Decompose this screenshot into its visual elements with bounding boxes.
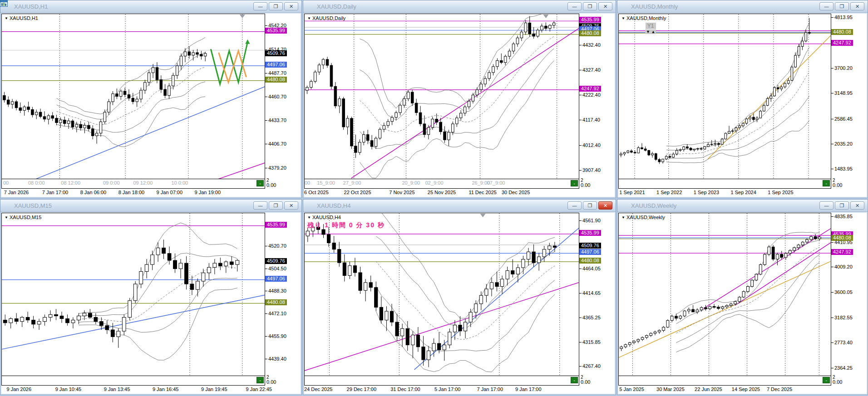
minimize-button[interactable]: —	[567, 2, 582, 10]
tick-mark	[579, 120, 582, 120]
price-axis[interactable]: 4520.704504.504488.304472.104455.904439.…	[265, 213, 301, 376]
price-badge: 4480.08	[579, 258, 601, 264]
minimize-button[interactable]: —	[819, 201, 833, 210]
mdi-workspace: XAUUSD,H1 — ❐ ✕ ▼ XAUUSD,H1 4542.204514.…	[0, 0, 868, 396]
time-axis[interactable]: 6 Oct 202522 Oct 20257 Nov 202525 Nov 20…	[304, 189, 615, 197]
dropdown-triangle-icon: ▼	[621, 215, 625, 220]
tick-mark	[831, 368, 833, 368]
chart-canvas	[2, 213, 265, 376]
chart-window-weekly[interactable]: XAUUSD,Weekly — ❐ ✕ ▼ XAUUSD,Weekly 4835…	[617, 199, 868, 395]
maximize-button[interactable]: ❐	[269, 201, 283, 210]
price-axis[interactable]: 4561.904464.054414.654365.254315.854267.…	[579, 213, 615, 376]
title-bar[interactable]: XAUUSD,Monthly — ❐ ✕	[617, 0, 868, 13]
price-tick-text: 2773.40	[834, 340, 853, 345]
price-tick-text: 4439.40	[268, 356, 286, 362]
chart-icon	[306, 3, 314, 10]
indicator-row: 0015_9:0027_9:0020_9:0002_9:0026_9:0007_…	[304, 179, 615, 189]
title-bar[interactable]: XAUUSD,Daily — ❐ ✕	[303, 0, 616, 13]
close-button[interactable]: ✕	[598, 2, 612, 10]
time-axis[interactable]: 5 Jan 202530 Mar 202522 Jun 202514 Sep 2…	[618, 386, 867, 394]
title-bar[interactable]: XAUUSD,H1 — ❐ ✕	[0, 0, 301, 13]
chart-window-monthly[interactable]: XAUUSD,Monthly — ❐ ✕ ▼ XAUUSD,MonthlyY1▼…	[617, 0, 868, 198]
chart-canvas	[619, 14, 831, 179]
price-badge: 4509.76	[579, 243, 601, 249]
tick-mark	[831, 292, 833, 293]
window-controls: — ❐ ✕	[567, 2, 612, 10]
maximize-button[interactable]: ❐	[583, 2, 597, 10]
price-tick-text: 4464.05	[582, 266, 601, 271]
price-chart[interactable]: ▼ XAUUSD,Weekly	[618, 213, 831, 376]
tick-mark	[265, 120, 267, 121]
price-chart[interactable]: ▼ XAUUSD,H1	[1, 14, 265, 179]
time-axis-label: 1 Sep 2024	[731, 190, 756, 195]
minimize-button[interactable]: —	[253, 2, 267, 10]
window-controls: — ❐ ✕	[253, 2, 298, 10]
y1-arrows-icon[interactable]: ▼ ▲	[645, 29, 656, 34]
price-tick-label: 4012.40	[579, 142, 601, 148]
chart-window-h1[interactable]: XAUUSD,H1 — ❐ ✕ ▼ XAUUSD,H1 4542.204514.…	[0, 0, 302, 198]
price-tick-label: 4327.40	[579, 67, 601, 73]
price-badge: 4480.08	[265, 299, 287, 305]
time-axis-label: 7 Dec 2025	[767, 386, 792, 392]
maximize-button[interactable]: ❐	[583, 201, 597, 210]
title-bar[interactable]: XAUUSD,Weekly — ❐ ✕	[617, 200, 868, 212]
chart-content: ▼ XAUUSD,MonthlyY1▼ ▲ 4813.953700.203148…	[617, 13, 868, 198]
price-tick-label: 4117.40	[579, 117, 600, 122]
indicator-badge: -	[823, 377, 830, 383]
price-tick-label: 2586.45	[831, 116, 853, 122]
price-chart[interactable]: ▼ XAUUSD,MonthlyY1▼ ▲	[618, 14, 831, 179]
chart-window-h4[interactable]: XAUUSD,H4 — ❐ ✕ ▼ XAUUSD,H4残り 1 時間 0 分 3…	[303, 199, 616, 395]
close-button[interactable]: ✕	[850, 201, 864, 210]
time-axis-label: 30 Mar 2025	[656, 386, 685, 392]
tick-mark	[265, 97, 267, 97]
indicator-axis: 20.00	[831, 179, 867, 189]
price-tick-text: 4488.30	[268, 288, 286, 293]
price-axis[interactable]: 4432.404327.404222.404117.404012.403907.…	[579, 14, 615, 179]
tick-mark	[265, 168, 267, 168]
price-chart[interactable]: ▼ XAUUSD,M15	[1, 213, 265, 376]
time-axis[interactable]: 9 Jan 20269 Jan 10:459 Jan 13:459 Jan 16…	[1, 386, 301, 394]
window-title: XAUUSD,Monthly	[631, 3, 819, 10]
price-tick-label: 4414.65	[579, 290, 601, 296]
price-tick-text: 4222.40	[582, 92, 601, 98]
price-chart[interactable]: ▼ XAUUSD,H4残り 1 時間 0 分 30 秒	[304, 213, 579, 376]
maximize-button[interactable]: ❐	[835, 201, 849, 210]
close-button[interactable]: ✕	[598, 201, 612, 210]
minimize-button[interactable]: —	[567, 201, 582, 210]
time-axis-label: 30 Dec 2025	[502, 190, 530, 195]
price-axis[interactable]: 4835.854410.954009.203600.053182.552773.…	[831, 213, 867, 376]
close-button[interactable]: ✕	[284, 2, 298, 10]
time-axis[interactable]: 24 Dec 202529 Dec 17:0031 Dec 17:005 Jan…	[304, 386, 615, 394]
indicator-axis-zero-label: 0.00	[266, 379, 276, 385]
price-tick-text: 4315.85	[582, 339, 601, 345]
time-axis[interactable]: 1 Sep 20211 Sep 20221 Sep 20231 Sep 2024…	[618, 189, 867, 197]
price-chart[interactable]: ▼ XAUUSD,Daily	[304, 14, 579, 179]
price-badge: 4535.99	[579, 230, 601, 236]
indicator-axis-zero-label: 0.00	[581, 379, 590, 385]
maximize-button[interactable]: ❐	[835, 2, 849, 10]
price-tick-label: 4460.70	[265, 94, 286, 99]
price-axis[interactable]: 4813.953700.203148.952586.452035.201483.…	[831, 14, 867, 179]
chart-window-m15[interactable]: XAUUSD,M15 — ❐ ✕ ▼ XAUUSD,M15 4520.70450…	[0, 199, 302, 395]
price-axis[interactable]: 4542.204514.704487.704460.704433.704406.…	[265, 14, 301, 179]
tick-mark	[579, 293, 582, 293]
price-tick-text: 4117.40	[582, 117, 600, 122]
tick-mark	[831, 169, 833, 169]
time-axis-label: 9 Jan 13:45	[104, 386, 130, 392]
price-tick-label: 4222.40	[579, 92, 601, 98]
title-bar[interactable]: XAUUSD,M15 — ❐ ✕	[0, 200, 301, 212]
price-tick-text: 4414.65	[582, 290, 601, 296]
maximize-button[interactable]: ❐	[269, 2, 283, 10]
indicator-row: - 20.00	[618, 376, 867, 386]
subwindow-time-label: 08 0:00	[28, 180, 45, 186]
close-button[interactable]: ✕	[284, 201, 298, 210]
minimize-button[interactable]: —	[253, 201, 267, 210]
close-button[interactable]: ✕	[850, 2, 864, 10]
title-bar[interactable]: XAUUSD,H4 — ❐ ✕	[303, 200, 616, 212]
subwindow-time-label: 07_9:00	[487, 180, 505, 186]
indicator-subwindow: -	[304, 376, 579, 386]
time-axis[interactable]: 7 Jan 20267 Jan 17:008 Jan 06:008 Jan 18…	[1, 189, 301, 197]
chart-window-daily[interactable]: XAUUSD,Daily — ❐ ✕ ▼ XAUUSD,Daily 4432.4…	[303, 0, 616, 198]
minimize-button[interactable]: —	[819, 2, 833, 10]
price-tick-label: 3907.40	[579, 167, 601, 173]
